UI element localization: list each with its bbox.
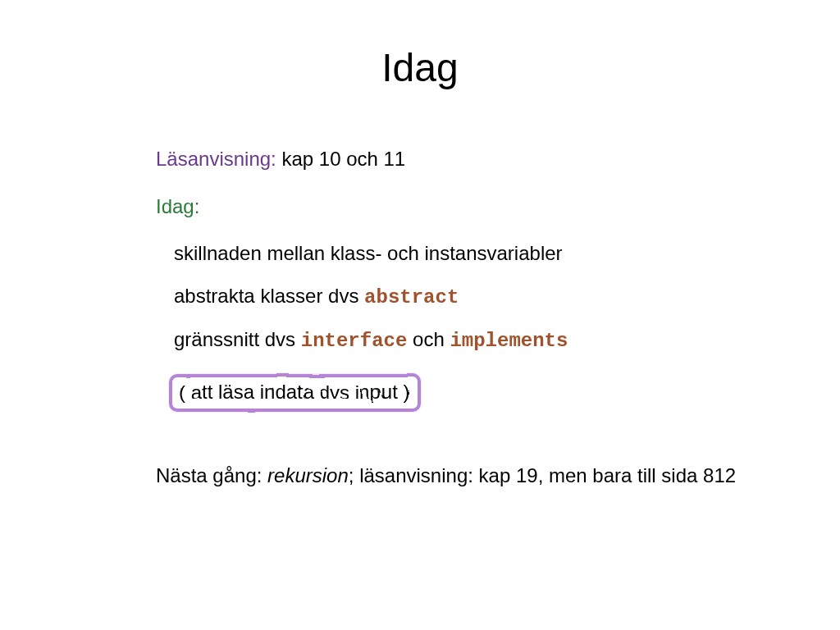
bullet-2: abstrakta klasser dvs abstract [174,285,742,309]
bullet-2-pre: abstrakta klasser dvs [174,285,364,307]
code-interface: interface [301,330,408,352]
page-title: Idag [0,45,840,90]
code-implements: implements [450,330,568,352]
reading-text: kap 10 och 11 [276,148,405,170]
next-pre: Nästa gång: [156,464,267,486]
highlight-box: ( att läsa indata dvs input ) [169,374,421,412]
code-abstract: abstract [364,286,459,308]
next-italic: rekursion [267,464,349,486]
bullet-4-wrap: ( att läsa indata dvs input ) [174,372,742,412]
bullet-1: skillnaden mellan klass- och instansvari… [174,242,742,265]
bullet-3-pre: gränssnitt dvs [174,328,301,350]
reading-label: Läsanvisning: [156,148,276,170]
bullet-3: gränssnitt dvs interface och implements [174,328,742,353]
reading-line: Läsanvisning: kap 10 och 11 [156,148,742,171]
idag-text: Idag: [156,195,199,217]
idag-label: Idag: [156,195,742,218]
content: Läsanvisning: kap 10 och 11 Idag: skilln… [156,148,742,486]
next-line: Nästa gång: rekursion; läsanvisning: kap… [156,464,742,487]
slide: Idag Läsanvisning: kap 10 och 11 Idag: s… [0,45,840,630]
next-post: ; läsanvisning: kap 19, men bara till si… [349,464,736,486]
bullet-3-mid: och [407,328,450,350]
bullet-4: ( att läsa indata dvs input ) [179,381,409,403]
